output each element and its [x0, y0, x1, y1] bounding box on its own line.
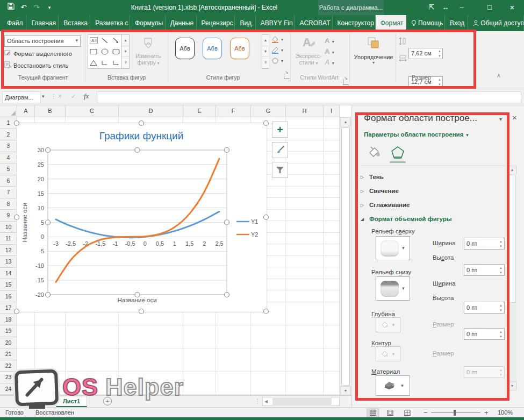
sheet-tab-active[interactable]: Лист1: [56, 396, 87, 407]
chart-title[interactable]: Графики функций: [99, 130, 184, 141]
legend-label-Y2[interactable]: Y2: [251, 231, 258, 238]
shape-height-field[interactable]: 7,62 см▲▼: [408, 48, 443, 59]
selection-handle[interactable]: [264, 309, 269, 314]
shape-fill-button[interactable]: ▾: [271, 35, 283, 44]
sheet-next-icon[interactable]: ▶: [48, 398, 52, 403]
insert-function-icon[interactable]: fx: [84, 92, 89, 101]
horizontal-scrollbar[interactable]: ◀: [262, 397, 340, 406]
selection-handle[interactable]: [139, 121, 144, 126]
contour-color-picker[interactable]: ▼: [376, 346, 400, 361]
selection-handle[interactable]: [135, 293, 140, 297]
row-header-9[interactable]: 9: [0, 210, 17, 222]
normal-view-icon[interactable]: [367, 408, 379, 417]
column-header-H[interactable]: H: [286, 105, 324, 117]
column-header-A[interactable]: A: [17, 105, 35, 117]
tab-acrobat[interactable]: ACROBAT: [295, 15, 332, 31]
selection-handle[interactable]: [46, 293, 51, 297]
bevel-bottom-picker[interactable]: ▼: [376, 276, 410, 301]
save-icon[interactable]: [4, 0, 17, 15]
name-box[interactable]: Диаграм...: [2, 91, 41, 103]
tab-signin[interactable]: Вход: [445, 15, 468, 31]
section-3d-format[interactable]: ◢Формат объемной фигуры: [361, 212, 500, 226]
selection-handle[interactable]: [264, 121, 269, 126]
cancel-icon[interactable]: ×: [58, 92, 62, 100]
tab-help[interactable]: Помощь: [406, 15, 445, 31]
tab-share[interactable]: Общий доступ: [468, 15, 524, 31]
rectangle-shape-icon[interactable]: [88, 46, 99, 57]
oval-shape-icon[interactable]: [99, 46, 111, 57]
gallery-up-icon[interactable]: ▲: [122, 35, 129, 46]
chart-area[interactable]: [17, 123, 267, 312]
change-shape-button[interactable]: Изменить фигуру ▾: [132, 34, 164, 67]
row-header-7[interactable]: 7: [0, 187, 17, 198]
selection-handle[interactable]: [15, 309, 19, 314]
redo-icon[interactable]: ↷: [30, 0, 43, 15]
gallery-more-icon[interactable]: ⊽: [122, 57, 129, 68]
shape-style-sample-2[interactable]: Абв: [203, 38, 222, 59]
zoom-out-icon[interactable]: −: [423, 409, 428, 417]
arrange-button[interactable]: Упорядочение ▾: [354, 34, 393, 65]
tab-page-layout[interactable]: Разметка с: [90, 15, 130, 31]
shape-style-sample-3[interactable]: Абв: [230, 38, 249, 59]
format-selection-button[interactable]: Формат выделенного: [4, 49, 72, 58]
shape-gallery-scroll[interactable]: ▲ ▼ ⊽: [122, 34, 130, 69]
minimize-icon[interactable]: –: [454, 0, 470, 15]
close-icon[interactable]: ×: [504, 0, 520, 15]
column-header-F[interactable]: F: [216, 105, 251, 117]
row-header-5[interactable]: 5: [0, 163, 17, 175]
row-header-15[interactable]: 15: [0, 279, 17, 291]
expand-triangle-icon[interactable]: ▷: [361, 175, 369, 180]
resize-window-icon[interactable]: ↔: [439, 0, 453, 15]
fill-line-tab-icon[interactable]: [366, 145, 382, 161]
vertical-scrollbar[interactable]: ▲ ▼: [340, 117, 351, 407]
field-bevel-bottom-width[interactable]: 0 пт▲▼: [464, 302, 505, 314]
selection-handle[interactable]: [15, 121, 19, 126]
section-glow[interactable]: ▷Свечение: [361, 184, 500, 198]
collapse-ribbon-icon[interactable]: ∧: [497, 72, 501, 79]
tab-home[interactable]: Главная: [26, 15, 59, 31]
rounded-rectangle-shape-icon[interactable]: [110, 46, 121, 57]
wordart-dialog-launcher-icon[interactable]: [343, 79, 349, 85]
field-bevel-top-height[interactable]: 0 пт▲▼: [464, 264, 505, 276]
zoom-slider-thumb[interactable]: [454, 410, 456, 416]
tab-splitter-dots[interactable]: ⋮: [255, 398, 261, 405]
tab-format[interactable]: Формат: [376, 15, 406, 31]
pane-options-dropdown-icon[interactable]: ▾: [499, 116, 502, 122]
selection-handle[interactable]: [264, 215, 269, 220]
wordart-fill-button[interactable]: A ▾: [325, 35, 334, 45]
line-shape-icon[interactable]: [99, 35, 111, 46]
column-header-G[interactable]: G: [251, 105, 286, 117]
legend-label-Y1[interactable]: Y1: [251, 218, 258, 225]
row-header-14[interactable]: 14: [0, 268, 17, 280]
row-header-12[interactable]: 12: [0, 245, 17, 257]
selection-handle[interactable]: [15, 215, 19, 220]
quick-styles-button[interactable]: А Экспресс-стили ▾: [293, 34, 324, 67]
wordart-effects-button[interactable]: A ▾: [325, 57, 334, 67]
row-header-24[interactable]: 24: [0, 383, 17, 395]
textbox-shape-icon[interactable]: A: [88, 35, 99, 46]
column-header-E[interactable]: E: [183, 105, 216, 117]
pane-scroll-down-icon[interactable]: ▼: [508, 382, 516, 390]
shape-effects-button[interactable]: ▾: [271, 57, 283, 65]
enter-icon[interactable]: ✓: [71, 92, 76, 100]
name-box-dropdown-icon[interactable]: ▾: [42, 94, 45, 99]
selection-handle[interactable]: [46, 148, 51, 153]
row-header-22[interactable]: 22: [0, 360, 17, 372]
selection-handle[interactable]: [46, 220, 51, 225]
shape-styles-dialog-launcher-icon[interactable]: [284, 73, 290, 79]
tab-formulas[interactable]: Формулы: [130, 15, 166, 31]
scroll-up-icon[interactable]: ▲: [340, 117, 351, 126]
row-header-4[interactable]: 4: [0, 152, 17, 164]
pane-scrollbar[interactable]: ▲ ▼: [508, 166, 516, 390]
styles-more-icon[interactable]: ⊽: [262, 57, 269, 68]
column-header-I[interactable]: I: [324, 105, 340, 117]
tab-data[interactable]: Данные: [166, 15, 197, 31]
customize-qat-icon[interactable]: ▾: [43, 0, 56, 15]
row-header-19[interactable]: 19: [0, 325, 17, 337]
hscroll-left-icon[interactable]: ◀: [264, 399, 268, 404]
chart-styles-button[interactable]: [272, 142, 288, 158]
elbow-shape-icon[interactable]: [99, 58, 111, 68]
scroll-down-icon[interactable]: ▼: [340, 386, 351, 395]
shape-gallery[interactable]: A: [88, 34, 122, 69]
shape-styles-scroll[interactable]: ▲ ▼ ⊽: [262, 34, 269, 69]
